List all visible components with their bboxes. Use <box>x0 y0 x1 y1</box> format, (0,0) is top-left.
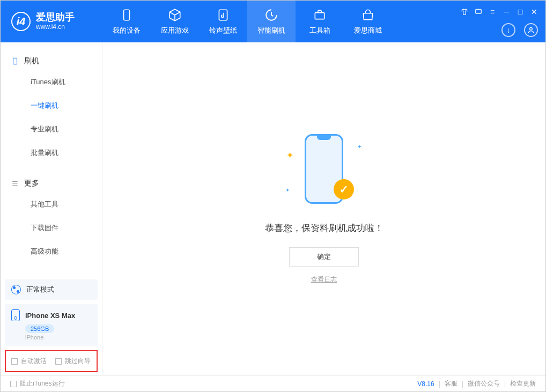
footer-link-wechat[interactable]: 微信公众号 <box>468 379 500 388</box>
device-phone-icon <box>11 309 20 321</box>
nav-tab-flash[interactable]: 智能刷机 <box>247 1 296 42</box>
sidebar-item-itunes-flash[interactable]: iTunes刷机 <box>1 70 102 94</box>
sparkle-icon: ✦ <box>286 150 293 160</box>
success-message: 恭喜您，保资料刷机成功啦！ <box>265 222 383 234</box>
checkbox-auto-activate[interactable]: 自动激活 <box>11 357 47 366</box>
status-icon <box>11 285 21 294</box>
download-button[interactable]: ↓ <box>501 23 515 37</box>
sidebar-item-pro-flash[interactable]: 专业刷机 <box>1 117 102 141</box>
checkbox-row-highlighted: 自动激活 跳过向导 <box>5 350 98 372</box>
app-logo-icon: i4 <box>11 12 31 31</box>
device-storage-badge: 256GB <box>25 324 54 333</box>
svg-rect-0 <box>124 10 130 20</box>
nav-tab-device[interactable]: 我的设备 <box>102 1 151 42</box>
svg-point-4 <box>530 27 533 30</box>
device-type: iPhone <box>25 334 91 341</box>
user-button[interactable] <box>524 23 538 37</box>
separator: | <box>504 380 506 388</box>
cube-icon <box>168 8 182 23</box>
checkbox-icon <box>55 358 62 365</box>
feedback-icon[interactable] <box>475 8 482 16</box>
sidebar-item-other-tools[interactable]: 其他工具 <box>1 193 102 216</box>
window-controls: ≡ ─ □ ✕ <box>461 8 538 16</box>
main-content: ✓ ✦ ✦ ✦ 恭喜您，保资料刷机成功啦！ 确定 查看日志 <box>102 42 545 375</box>
nav-label: 爱思商城 <box>354 26 382 35</box>
footer: 阻止iTunes运行 V8.16 | 客服 | 微信公众号 | 检查更新 <box>1 375 545 391</box>
check-badge-icon: ✓ <box>334 179 354 199</box>
shop-icon <box>361 8 375 23</box>
sidebar-section-flash: 刷机 iTunes刷机 一键刷机 专业刷机 批量刷机 <box>1 42 102 165</box>
sparkle-icon: ✦ <box>285 187 290 193</box>
nav-label: 智能刷机 <box>257 26 285 35</box>
nav-label: 应用游戏 <box>161 26 189 35</box>
maximize-icon[interactable]: □ <box>517 8 524 16</box>
svg-rect-2 <box>315 13 324 19</box>
nav-label: 我的设备 <box>113 26 141 35</box>
section-title: 更多 <box>24 179 39 188</box>
device-row: iPhone XS Max <box>11 309 91 321</box>
sidebar-head-more: 更多 <box>1 174 102 193</box>
view-log-link[interactable]: 查看日志 <box>311 275 337 284</box>
sidebar-section-more: 更多 其他工具 下载固件 高级功能 <box>1 165 102 263</box>
sidebar: 刷机 iTunes刷机 一键刷机 专业刷机 批量刷机 更多 其他工具 下载固件 … <box>1 42 102 375</box>
toolbox-icon <box>313 8 327 23</box>
status-card[interactable]: 正常模式 <box>5 279 98 300</box>
device-icon <box>120 8 134 23</box>
checkbox-icon <box>10 381 17 387</box>
device-name: iPhone XS Max <box>25 312 75 320</box>
checkbox-label: 跳过向导 <box>65 357 91 366</box>
status-label: 正常模式 <box>26 285 54 294</box>
sidebar-items-more: 其他工具 下载固件 高级功能 <box>1 193 102 263</box>
checkbox-skip-wizard[interactable]: 跳过向导 <box>55 357 91 366</box>
header-right: ≡ ─ □ ✕ ↓ <box>461 8 538 37</box>
nav-tab-ringtone[interactable]: 铃声壁纸 <box>199 1 247 42</box>
app-subtitle: www.i4.cn <box>36 23 75 31</box>
music-icon <box>216 8 230 23</box>
section-title: 刷机 <box>24 56 39 66</box>
list-icon <box>11 179 19 188</box>
version-label: V8.16 <box>417 380 434 388</box>
nav-label: 铃声壁纸 <box>209 26 237 35</box>
close-icon[interactable]: ✕ <box>530 8 538 16</box>
refresh-icon <box>264 8 278 23</box>
nav-tab-apps[interactable]: 应用游戏 <box>151 1 199 42</box>
sidebar-item-download-firmware[interactable]: 下载固件 <box>1 216 102 240</box>
logo-text: 爱思助手 www.i4.cn <box>36 12 75 31</box>
sidebar-head-flash: 刷机 <box>1 52 102 70</box>
separator: | <box>439 380 440 388</box>
ok-button[interactable]: 确定 <box>289 247 359 267</box>
checkbox-label: 自动激活 <box>21 357 47 366</box>
device-card[interactable]: iPhone XS Max 256GB iPhone <box>5 304 98 346</box>
checkbox-label: 阻止iTunes运行 <box>20 379 65 388</box>
sidebar-item-batch-flash[interactable]: 批量刷机 <box>1 141 102 165</box>
nav-tabs: 我的设备 应用游戏 铃声壁纸 智能刷机 工具箱 爱思商城 <box>102 1 392 42</box>
svg-rect-5 <box>13 58 17 64</box>
app-title: 爱思助手 <box>36 12 75 23</box>
header-icons: ↓ <box>501 23 538 37</box>
separator: | <box>462 380 463 388</box>
checkbox-icon <box>11 358 18 365</box>
svg-rect-1 <box>219 10 227 20</box>
sparkle-icon: ✦ <box>357 144 361 150</box>
sidebar-bottom: 正常模式 iPhone XS Max 256GB iPhone 自动激活 跳过向… <box>1 275 102 375</box>
app-header: i4 爱思助手 www.i4.cn 我的设备 应用游戏 铃声壁纸 智能刷机 工具… <box>1 1 545 42</box>
sidebar-items-flash: iTunes刷机 一键刷机 专业刷机 批量刷机 <box>1 70 102 165</box>
footer-link-support[interactable]: 客服 <box>445 379 458 388</box>
sidebar-item-advanced[interactable]: 高级功能 <box>1 240 102 263</box>
skin-icon[interactable] <box>461 8 468 16</box>
body-area: 刷机 iTunes刷机 一键刷机 专业刷机 批量刷机 更多 其他工具 下载固件 … <box>1 42 545 375</box>
logo-area: i4 爱思助手 www.i4.cn <box>1 12 102 31</box>
footer-right: V8.16 | 客服 | 微信公众号 | 检查更新 <box>417 379 536 388</box>
svg-rect-3 <box>476 9 482 13</box>
nav-label: 工具箱 <box>309 26 330 35</box>
phone-icon <box>11 56 19 66</box>
footer-link-update[interactable]: 检查更新 <box>510 379 536 388</box>
nav-tab-shop[interactable]: 爱思商城 <box>344 1 392 42</box>
sidebar-item-one-click-flash[interactable]: 一键刷机 <box>1 94 102 117</box>
minimize-icon[interactable]: ─ <box>503 8 510 16</box>
success-illustration: ✓ ✦ ✦ ✦ <box>281 134 367 209</box>
menu-icon[interactable]: ≡ <box>489 8 496 16</box>
nav-tab-toolbox[interactable]: 工具箱 <box>296 1 344 42</box>
checkbox-stop-itunes[interactable]: 阻止iTunes运行 <box>10 379 65 388</box>
